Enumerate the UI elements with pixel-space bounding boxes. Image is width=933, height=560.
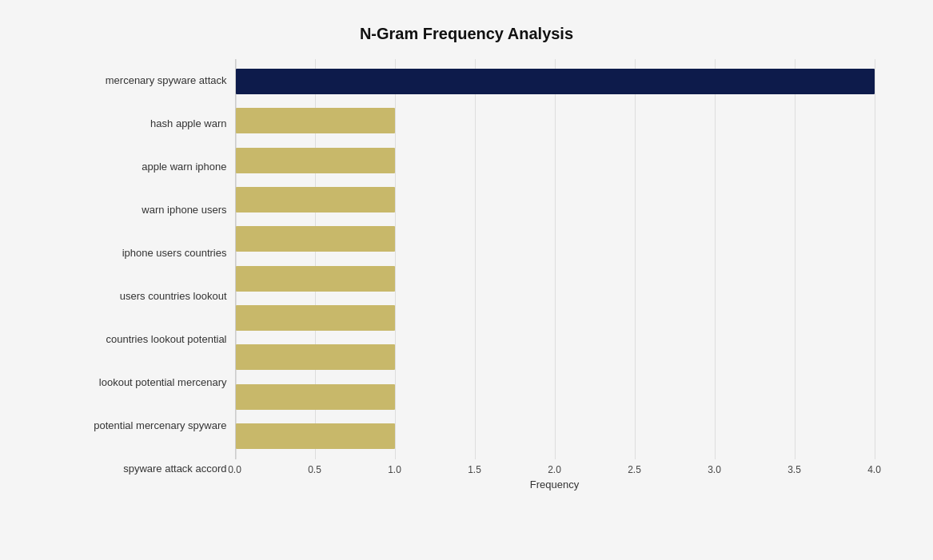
x-tick: 2.0 — [548, 464, 561, 475]
grid-and-bars — [235, 59, 875, 459]
y-label: potential mercenary spyware — [59, 406, 227, 446]
x-tick: 3.0 — [708, 464, 721, 475]
x-tick: 2.5 — [628, 464, 641, 475]
x-tick: 1.0 — [388, 464, 401, 475]
y-label: users countries lookout — [59, 276, 227, 316]
y-label: mercenary spyware attack — [59, 61, 227, 101]
bar-row — [236, 223, 875, 255]
bar — [236, 344, 396, 370]
y-label: iphone users countries — [59, 233, 227, 273]
y-axis: mercenary spyware attackhash apple warna… — [59, 59, 235, 490]
y-label: lookout potential mercenary — [59, 363, 227, 403]
y-label: countries lookout potential — [59, 320, 227, 359]
x-tick: 0.0 — [228, 464, 241, 475]
x-tick: 0.5 — [308, 464, 321, 475]
x-tick: 3.5 — [787, 464, 801, 475]
y-label: spyware attack accord — [59, 449, 227, 489]
x-axis: 0.00.51.01.52.02.53.03.54.0 — [235, 459, 875, 475]
bar — [236, 266, 396, 292]
grid-line — [875, 59, 875, 459]
x-tick: 1.5 — [468, 464, 481, 475]
x-tick: 4.0 — [867, 464, 881, 475]
bar-row — [236, 302, 875, 334]
bar-row — [236, 420, 875, 452]
bar-row — [236, 105, 875, 137]
bar — [236, 69, 875, 94]
chart-area: mercenary spyware attackhash apple warna… — [59, 59, 875, 490]
bar — [236, 187, 396, 212]
bar — [236, 148, 396, 173]
chart-title: N-Gram Frequency Analysis — [59, 25, 875, 43]
bar-row — [236, 145, 875, 177]
y-label: hash apple warn — [59, 104, 227, 144]
y-label: apple warn iphone — [59, 147, 227, 187]
bar-row — [236, 184, 875, 216]
x-axis-label: Frequency — [235, 479, 875, 490]
plot-area: 0.00.51.01.52.02.53.03.54.0 Frequency — [235, 59, 875, 490]
bar — [236, 423, 396, 449]
bar — [236, 305, 396, 331]
bar-row — [236, 263, 875, 295]
bar-row — [236, 66, 875, 97]
bar-row — [236, 381, 875, 413]
bar — [236, 108, 396, 133]
bar — [236, 226, 396, 252]
bar-row — [236, 341, 875, 373]
y-label: warn iphone users — [59, 190, 227, 230]
chart-container: N-Gram Frequency Analysis mercenary spyw… — [27, 9, 907, 552]
bar — [236, 384, 396, 410]
